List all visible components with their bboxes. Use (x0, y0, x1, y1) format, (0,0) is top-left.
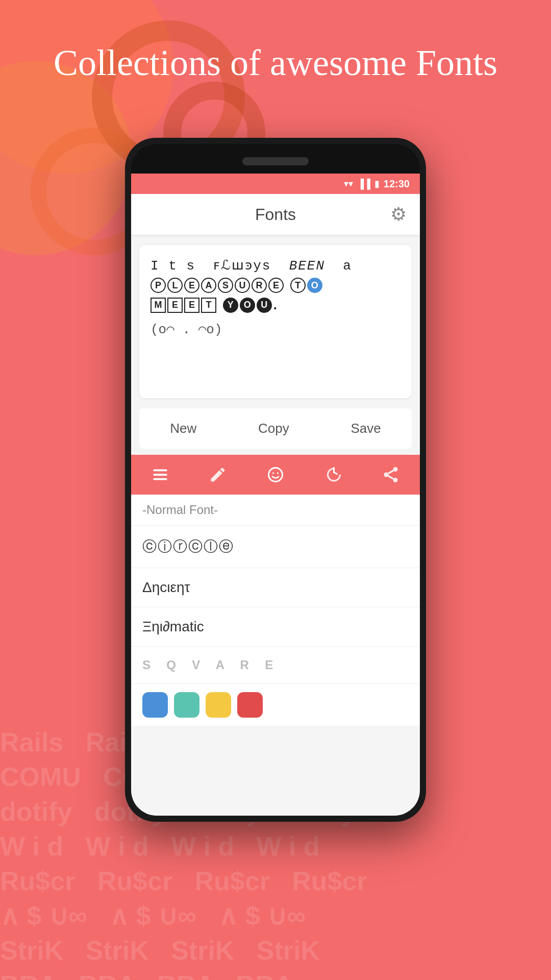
svg-point-7 (384, 473, 389, 477)
tab-list[interactable] (145, 459, 176, 490)
circle-U: U (235, 278, 250, 293)
wifi-icon: ▾▾ (344, 178, 353, 189)
phone-inner: ▾▾ ▐▐ ▮ 12:30 Fonts ⚙ I t s ꜰℒꟺꜿys BEEN … (131, 144, 420, 816)
status-bar: ▾▾ ▐▐ ▮ 12:30 (131, 174, 420, 194)
square-M: M (151, 298, 166, 313)
font-item-enigmatic[interactable]: Ξηι∂matic (131, 607, 420, 647)
settings-button[interactable]: ⚙ (387, 203, 410, 226)
app-header: Fonts ⚙ (131, 194, 420, 235)
preview-emoticon: (o⌒ . ⌒o) (151, 321, 400, 337)
svg-point-5 (277, 472, 279, 474)
font-list: -Normal Font- ⓒⓘⓡⓒⓛⓔ Δηcιεητ Ξηι∂matic S… (131, 495, 420, 726)
app-icon-2 (174, 692, 199, 718)
battery-icon: ▮ (374, 178, 380, 189)
svg-point-6 (393, 467, 398, 472)
copy-button[interactable]: Copy (243, 416, 305, 440)
gear-icon: ⚙ (390, 204, 407, 225)
square-E2: E (184, 298, 199, 313)
svg-point-3 (268, 468, 282, 482)
tab-emoji[interactable] (260, 459, 291, 490)
font-enigmatic-display: Ξηι∂matic (142, 619, 204, 634)
circle-A: A (201, 278, 216, 293)
app-icon-1 (142, 692, 168, 718)
circle-L: L (167, 278, 183, 293)
edit-icon (209, 465, 227, 484)
circle-E: E (184, 278, 199, 293)
square-T: T (201, 298, 216, 313)
signal-icon: ▐▐ (357, 179, 370, 189)
app-title: Fonts (255, 205, 296, 224)
font-item-circle[interactable]: ⓒⓘⓡⓒⓛⓔ (131, 526, 420, 568)
circle-P: P (151, 278, 166, 293)
list-icon (151, 465, 169, 484)
svg-line-10 (388, 471, 393, 474)
font-ancient-display: Δηcιεητ (142, 579, 190, 595)
square-E: E (167, 298, 183, 313)
period: . (273, 297, 277, 313)
circle-O-black: O (240, 298, 255, 313)
tab-share[interactable] (375, 459, 406, 490)
font-item-ancient[interactable]: Δηcιεητ (131, 568, 420, 607)
tab-bar (131, 455, 420, 495)
phone-frame: ▾▾ ▐▐ ▮ 12:30 Fonts ⚙ I t s ꜰℒꟺꜿys BEEN … (125, 138, 426, 822)
tab-edit[interactable] (203, 459, 233, 490)
svg-line-9 (388, 476, 393, 479)
app-icon-4 (237, 692, 263, 718)
preview-line2: P L E A S U R E T O (151, 278, 400, 293)
circle-O-blue: O (307, 278, 322, 293)
preview-card: I t s ꜰℒꟺꜿys BEEN a P L E A S U R E T O (139, 245, 412, 398)
app-icon-3 (206, 692, 231, 718)
app-icons-row (131, 684, 420, 726)
svg-point-4 (272, 472, 274, 474)
circle-R: R (252, 278, 267, 293)
font-list-header: -Normal Font- (131, 495, 420, 526)
svg-point-8 (393, 478, 398, 482)
history-icon (324, 465, 342, 484)
circle-E2: E (268, 278, 284, 293)
preview-line1: I t s ꜰℒꟺꜿys BEEN a (151, 257, 400, 274)
status-icons: ▾▾ ▐▐ ▮ 12:30 (344, 178, 410, 190)
font-square-display: S Q V A R E (142, 658, 276, 672)
svg-rect-0 (153, 470, 167, 472)
circle-U-black: U (257, 298, 272, 313)
share-icon (382, 465, 400, 484)
screen: ▾▾ ▐▐ ▮ 12:30 Fonts ⚙ I t s ꜰℒꟺꜿys BEEN … (131, 174, 420, 816)
headline: Collections of awesome Fonts (0, 41, 551, 85)
svg-rect-2 (153, 478, 167, 480)
preview-line3: M E E T Y O U . (151, 297, 400, 313)
action-buttons: New Copy Save (139, 408, 412, 449)
font-item-square[interactable]: S Q V A R E (131, 647, 420, 684)
new-button[interactable]: New (155, 416, 212, 440)
save-button[interactable]: Save (335, 416, 396, 440)
phone-speaker (242, 157, 309, 165)
tab-history[interactable] (318, 459, 348, 490)
emoji-icon (266, 465, 285, 484)
svg-rect-1 (153, 474, 167, 476)
status-time: 12:30 (384, 178, 410, 190)
circle-S: S (218, 278, 233, 293)
circle-Y-black: Y (223, 298, 238, 313)
circle-T: T (290, 278, 306, 293)
font-circle-display: ⓒⓘⓡⓒⓛⓔ (142, 538, 234, 554)
